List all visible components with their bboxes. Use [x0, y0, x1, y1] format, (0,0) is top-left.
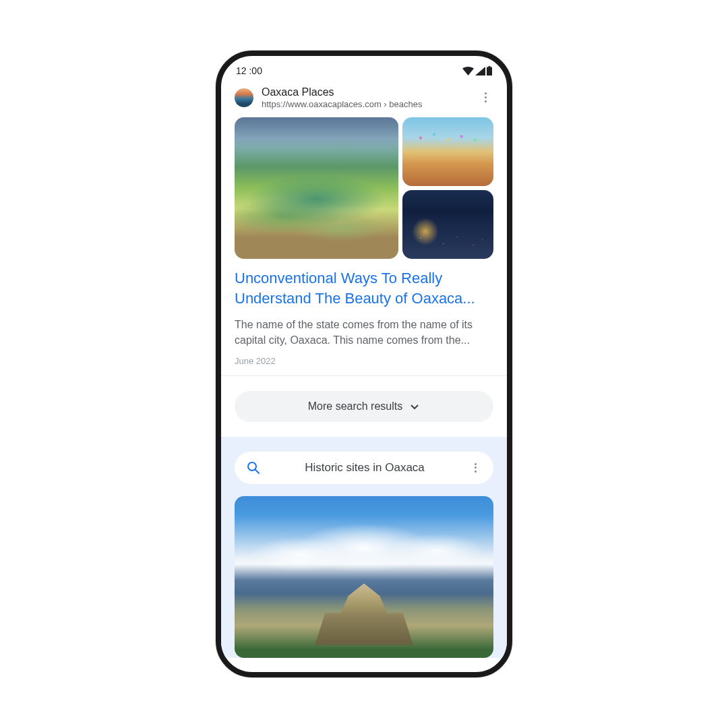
related-more-options-icon[interactable] — [469, 462, 481, 474]
svg-line-1 — [255, 470, 259, 473]
related-image[interactable] — [235, 496, 493, 658]
wifi-icon — [462, 67, 474, 75]
more-options-icon[interactable] — [477, 90, 493, 106]
more-results-button[interactable]: More search results — [235, 391, 493, 422]
status-icons — [462, 66, 492, 75]
result-image-secondary-top[interactable] — [402, 117, 493, 186]
result-title-link[interactable]: Unconventional Ways To Really Understand… — [235, 268, 493, 308]
status-bar: 12 :00 — [221, 56, 507, 80]
content-area[interactable]: Oaxaca Places https://www.oaxacaplaces.c… — [221, 80, 507, 669]
related-search-pill[interactable]: Historic sites in Oaxaca — [235, 452, 493, 484]
site-url-path: › beaches — [382, 99, 423, 109]
more-results-label: More search results — [308, 400, 403, 413]
site-info[interactable]: Oaxaca Places https://www.oaxacaplaces.c… — [262, 86, 477, 109]
related-search-label: Historic sites in Oaxaca — [272, 461, 457, 475]
status-time: 12 :00 — [236, 65, 262, 76]
result-snippet: The name of the state comes from the nam… — [235, 317, 493, 348]
svg-point-0 — [248, 462, 256, 471]
battery-icon — [487, 66, 492, 75]
result-image-main[interactable] — [235, 117, 398, 259]
result-header: Oaxaca Places https://www.oaxacaplaces.c… — [235, 80, 493, 117]
result-date: June 2022 — [235, 356, 493, 366]
site-name: Oaxaca Places — [262, 86, 477, 98]
chevron-down-icon — [409, 401, 420, 412]
related-section: Historic sites in Oaxaca — [221, 437, 507, 658]
cellular-icon — [475, 67, 485, 75]
site-favicon — [235, 88, 253, 107]
phone-frame: 12 :00 Oaxaca Places https://www.oaxacap… — [216, 51, 512, 677]
site-url-base: https://www.oaxacaplaces.com — [262, 99, 382, 109]
site-url: https://www.oaxacaplaces.com › beaches — [262, 99, 477, 109]
divider — [221, 375, 507, 376]
search-icon — [247, 461, 260, 475]
result-image-grid[interactable] — [235, 117, 493, 259]
result-image-secondary-bottom[interactable] — [402, 190, 493, 259]
